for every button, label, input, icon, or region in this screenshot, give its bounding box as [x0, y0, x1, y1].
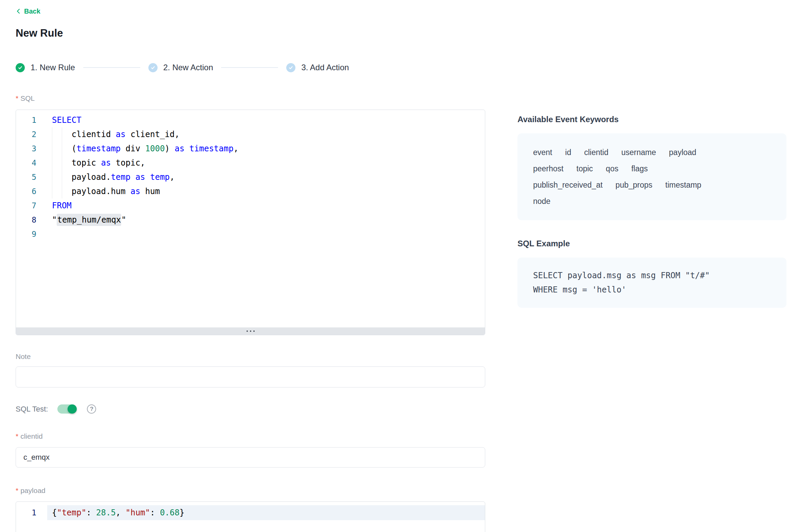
- event-keyword[interactable]: publish_received_at: [533, 177, 603, 193]
- chevron-left-icon: [16, 8, 21, 15]
- sql-editor: 1SELECT2 clientid as client_id,3 (timest…: [16, 110, 485, 335]
- sql-test-row: SQL Test: ?: [16, 404, 485, 414]
- event-keyword[interactable]: id: [565, 144, 571, 160]
- required-asterisk: *: [16, 432, 18, 441]
- stepper-step-2: 2. New Action: [148, 63, 213, 72]
- code-line: 9: [16, 227, 485, 241]
- code-content[interactable]: topic as topic,: [47, 156, 485, 170]
- event-keyword[interactable]: timestamp: [665, 177, 701, 193]
- new-rule-page: Back New Rule 1. New Rule2. New Action3.…: [0, 0, 800, 532]
- editor-resize-handle[interactable]: [16, 327, 485, 335]
- form-column: Back New Rule 1. New Rule2. New Action3.…: [16, 7, 485, 532]
- code-content[interactable]: [47, 227, 485, 241]
- line-number: 1: [16, 113, 36, 127]
- sql-test-label: SQL Test:: [16, 405, 48, 414]
- code-content[interactable]: "temp_hum/emqx": [47, 213, 485, 227]
- clientid-label-text: clientid: [20, 432, 42, 441]
- line-number: 2: [16, 127, 36, 141]
- example-code-line: SELECT payload.msg as msg FROM "t/#": [533, 268, 771, 283]
- check-icon: [150, 65, 156, 70]
- code-content[interactable]: {"temp": 28.5, "hum": 0.68}: [47, 505, 485, 520]
- sql-example-box: SELECT payload.msg as msg FROM "t/#"WHER…: [517, 258, 786, 308]
- line-number: 7: [16, 198, 36, 213]
- step-check-icon: [16, 63, 25, 72]
- note-field-label: Note: [16, 352, 485, 361]
- line-number: 4: [16, 156, 36, 170]
- code-line: 4 topic as topic,: [16, 156, 485, 170]
- required-asterisk: *: [16, 94, 18, 103]
- sql-label-text: SQL: [20, 94, 35, 103]
- line-number: 8: [16, 213, 36, 227]
- event-keyword[interactable]: topic: [577, 160, 593, 177]
- keyword-row: eventidclientidusernamepayload: [533, 144, 771, 160]
- stepper-step-1: 1. New Rule: [16, 63, 75, 72]
- event-keyword[interactable]: flags: [631, 160, 648, 177]
- sql-example-title: SQL Example: [517, 239, 786, 249]
- code-line: 8"temp_hum/emqx": [16, 213, 485, 227]
- stepper-connector: [221, 67, 278, 68]
- keyword-row: peerhosttopicqosflags: [533, 160, 771, 177]
- note-input[interactable]: [16, 366, 485, 387]
- resize-dot: [247, 330, 248, 332]
- sql-field-label: * SQL: [16, 94, 485, 103]
- resize-dot: [253, 330, 255, 332]
- payload-code-area[interactable]: 1{"temp": 28.5, "hum": 0.68}: [16, 502, 485, 520]
- code-line: 5 payload.temp as temp,: [16, 170, 485, 184]
- code-content[interactable]: (timestamp div 1000) as timestamp,: [47, 141, 485, 156]
- example-code-line: WHERE msg = 'hello': [533, 283, 771, 297]
- code-line: 2 clientid as client_id,: [16, 127, 485, 141]
- stepper-connector: [83, 67, 140, 68]
- step-check-icon: [286, 63, 295, 72]
- event-keyword[interactable]: node: [533, 193, 550, 209]
- keyword-row: publish_received_atpub_propstimestamp: [533, 177, 771, 193]
- code-content[interactable]: payload.hum as hum: [47, 184, 485, 198]
- keyword-row: node: [533, 193, 771, 209]
- payload-editor: 1{"temp": 28.5, "hum": 0.68}: [16, 501, 485, 532]
- code-content[interactable]: FROM: [47, 198, 485, 213]
- line-number: 5: [16, 170, 36, 184]
- event-keyword[interactable]: username: [621, 144, 656, 160]
- event-keyword[interactable]: qos: [606, 160, 618, 177]
- toggle-knob: [68, 404, 77, 414]
- required-asterisk: *: [16, 486, 18, 495]
- clientid-input[interactable]: [16, 447, 485, 468]
- payload-field-label: * payload: [16, 486, 485, 495]
- sql-code-area[interactable]: 1SELECT2 clientid as client_id,3 (timest…: [16, 110, 485, 327]
- step-check-icon: [148, 63, 158, 72]
- line-number: 6: [16, 184, 36, 198]
- stepper-step-3: 3. Add Action: [286, 63, 349, 72]
- step-label: 3. Add Action: [301, 63, 349, 72]
- sql-test-toggle[interactable]: [57, 404, 77, 414]
- check-icon: [288, 65, 293, 70]
- check-icon: [18, 65, 23, 70]
- event-keyword[interactable]: pub_props: [616, 177, 653, 193]
- line-number: 3: [16, 141, 36, 156]
- code-content[interactable]: SELECT: [47, 113, 485, 127]
- page-title: New Rule: [16, 27, 485, 39]
- code-line: 1SELECT: [16, 113, 485, 127]
- step-label: 2. New Action: [163, 63, 213, 72]
- clientid-field-label: * clientid: [16, 432, 485, 441]
- keywords-box: eventidclientidusernamepayloadpeerhostto…: [517, 133, 786, 220]
- line-number: 9: [16, 227, 36, 241]
- payload-label-text: payload: [20, 486, 46, 495]
- back-label: Back: [24, 7, 40, 15]
- event-keyword[interactable]: clientid: [584, 144, 608, 160]
- help-panel: Available Event Keywords eventidclientid…: [517, 7, 786, 532]
- event-keyword[interactable]: event: [533, 144, 552, 160]
- code-line: 3 (timestamp div 1000) as timestamp,: [16, 141, 485, 156]
- keywords-title: Available Event Keywords: [517, 114, 786, 125]
- code-line: 6 payload.hum as hum: [16, 184, 485, 198]
- help-icon[interactable]: ?: [87, 404, 96, 414]
- line-number: 1: [16, 505, 36, 520]
- stepper: 1. New Rule2. New Action3. Add Action: [16, 63, 485, 72]
- event-keyword[interactable]: payload: [669, 144, 696, 160]
- back-link[interactable]: Back: [16, 7, 40, 15]
- step-label: 1. New Rule: [31, 63, 75, 72]
- event-keyword[interactable]: peerhost: [533, 160, 564, 177]
- code-content[interactable]: clientid as client_id,: [47, 127, 485, 141]
- code-line: 7FROM: [16, 198, 485, 213]
- code-line: 1{"temp": 28.5, "hum": 0.68}: [16, 505, 485, 520]
- resize-dot: [250, 330, 251, 332]
- code-content[interactable]: payload.temp as temp,: [47, 170, 485, 184]
